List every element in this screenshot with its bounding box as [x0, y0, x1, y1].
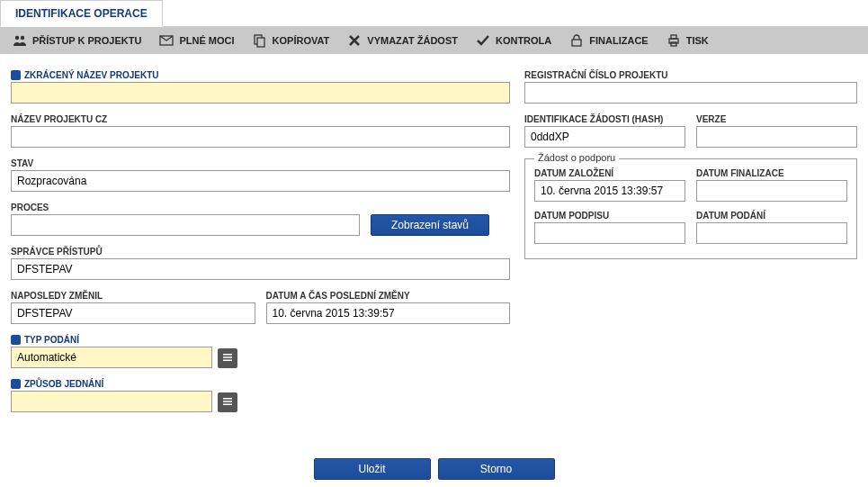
toolbar-label: FINALIZACE — [589, 35, 648, 46]
zpusob-jednani-list-button[interactable] — [218, 392, 237, 412]
stav-label: STAV — [11, 158, 510, 168]
toolbar-label: KONTROLA — [496, 35, 551, 46]
save-button[interactable]: Uložit — [314, 458, 431, 480]
page-root: IDENTIFIKACE OPERACE PŘÍSTUP K PROJEKTU … — [0, 0, 868, 487]
verze-label: VERZE — [696, 114, 857, 124]
svg-rect-14 — [223, 403, 232, 405]
reg-num-label: REGISTRAČNÍ ČÍSLO PROJEKTU — [524, 70, 857, 80]
lock-icon — [569, 33, 584, 48]
toolbar-delete[interactable]: VYMAZAT ŽÁDOST — [338, 27, 467, 54]
last-changed-by-label: NAPOSLEDY ZMĚNIL — [11, 291, 255, 301]
zpusob-jednani-label: ZPŮSOB JEDNÁNÍ — [11, 379, 510, 389]
svg-point-1 — [21, 36, 24, 40]
admin-input[interactable] — [11, 258, 510, 280]
last-change-dt-label: DATUM A ČAS POSLEDNÍ ZMĚNY — [266, 291, 511, 301]
datum-podani-input[interactable] — [696, 222, 847, 244]
envelope-icon — [159, 33, 174, 48]
stav-input[interactable] — [11, 170, 510, 192]
right-column: REGISTRAČNÍ ČÍSLO PROJEKTU IDENTIFIKACE … — [524, 70, 857, 423]
svg-rect-5 — [572, 40, 581, 46]
verze-input[interactable] — [696, 126, 857, 148]
toolbar-label: VYMAZAT ŽÁDOST — [367, 35, 458, 46]
toolbar-check[interactable]: KONTROLA — [467, 27, 560, 54]
short-name-label: ZKRÁCENÝ NÁZEV PROJEKTU — [11, 70, 510, 80]
last-change-dt-input[interactable] — [266, 302, 511, 324]
toolbar-access[interactable]: PŘÍSTUP K PROJEKTU — [4, 27, 150, 54]
proces-label: PROCES — [11, 203, 360, 212]
fieldset-legend: Žádost o podporu — [534, 152, 619, 163]
name-cz-label: NÁZEV PROJEKTU CZ — [11, 114, 510, 124]
typ-podani-label: TYP PODÁNÍ — [11, 335, 510, 345]
toolbar-label: PŘÍSTUP K PROJEKTU — [32, 35, 141, 46]
people-icon — [13, 33, 27, 48]
datum-zalozeni-label: DATUM ZALOŽENÍ — [534, 168, 685, 178]
datum-finalizace-input[interactable] — [696, 180, 847, 202]
datum-zalozeni-input[interactable] — [534, 180, 685, 202]
toolbar-label: PLNÉ MOCI — [179, 35, 234, 46]
typ-podani-list-button[interactable] — [218, 348, 237, 368]
tab-header: IDENTIFIKACE OPERACE — [0, 0, 868, 27]
toolbar-print[interactable]: TISK — [658, 27, 718, 54]
proces-input[interactable] — [11, 214, 360, 236]
list-icon — [221, 351, 234, 366]
svg-rect-11 — [223, 359, 232, 361]
toolbar-label: TISK — [686, 35, 709, 46]
toolbar-label: KOPÍROVAT — [273, 35, 330, 46]
tab-identifikace[interactable]: IDENTIFIKACE OPERACE — [0, 0, 163, 27]
delete-icon — [347, 33, 362, 48]
admin-label: SPRÁVCE PŘÍSTUPŮ — [11, 247, 510, 257]
toolbar-finalize[interactable]: FINALIZACE — [560, 27, 657, 54]
zpusob-jednani-input[interactable] — [11, 391, 212, 412]
toolbar-copy[interactable]: KOPÍROVAT — [244, 27, 339, 54]
hash-label: IDENTIFIKACE ŽÁDOSTI (HASH) — [524, 114, 685, 124]
svg-rect-4 — [257, 38, 264, 47]
print-icon — [667, 33, 681, 48]
svg-rect-9 — [223, 354, 232, 356]
datum-podani-label: DATUM PODÁNÍ — [696, 211, 847, 221]
typ-podani-input[interactable] — [11, 347, 212, 368]
svg-rect-12 — [223, 398, 232, 400]
show-states-button[interactable]: Zobrazení stavů — [371, 214, 489, 236]
footer: Uložit Storno — [0, 458, 868, 480]
zadost-fieldset: Žádost o podporu DATUM ZALOŽENÍ DATUM FI… — [524, 158, 857, 259]
copy-icon — [253, 33, 267, 48]
content: ZKRÁCENÝ NÁZEV PROJEKTU NÁZEV PROJEKTU C… — [0, 54, 868, 423]
cancel-button[interactable]: Storno — [438, 458, 555, 480]
svg-rect-13 — [223, 401, 232, 402]
reg-num-input[interactable] — [524, 82, 857, 104]
name-cz-input[interactable] — [11, 126, 510, 148]
datum-podpisu-label: DATUM PODPISU — [534, 211, 685, 221]
svg-rect-10 — [223, 356, 232, 358]
svg-rect-8 — [671, 42, 676, 46]
left-column: ZKRÁCENÝ NÁZEV PROJEKTU NÁZEV PROJEKTU C… — [11, 70, 510, 423]
datum-podpisu-input[interactable] — [534, 222, 685, 244]
svg-rect-7 — [671, 35, 676, 39]
svg-point-0 — [15, 36, 19, 40]
datum-finalizace-label: DATUM FINALIZACE — [696, 168, 847, 178]
last-changed-by-input[interactable] — [11, 302, 255, 324]
hash-input[interactable] — [524, 126, 685, 148]
list-icon — [221, 395, 234, 410]
check-icon — [476, 33, 490, 48]
toolbar-powers[interactable]: PLNÉ MOCI — [150, 27, 243, 54]
toolbar: PŘÍSTUP K PROJEKTU PLNÉ MOCI KOPÍROVAT V… — [0, 27, 868, 54]
short-name-input[interactable] — [11, 82, 510, 104]
